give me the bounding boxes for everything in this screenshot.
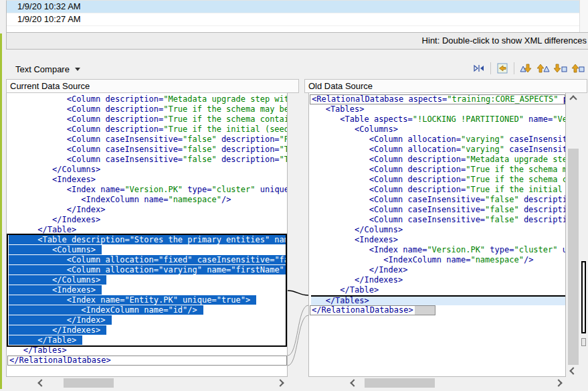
code-line[interactable]: </Tables> (311, 295, 565, 305)
code-line[interactable]: <Column caseInsensitive="false" descript… (311, 195, 565, 205)
left-horizontal-scrollbar[interactable] (6, 377, 288, 389)
code-line[interactable]: <Indexes> (311, 235, 565, 245)
code-line[interactable]: <Column caseInsensitive="false" descript… (9, 145, 287, 155)
diff-marker-large[interactable] (581, 261, 586, 333)
code-line[interactable]: <Column description="True if the initial… (9, 125, 287, 135)
editor-highlight-strip (0, 33, 2, 391)
right-code-pane[interactable]: <RelationalDatabase aspects="training:CO… (308, 93, 566, 377)
code-line[interactable]: <Column description="True if the schema … (9, 104, 287, 114)
diff-overview-ruler (581, 93, 588, 377)
code-line[interactable]: </Index> (9, 205, 287, 215)
toolbar-separator (514, 62, 514, 74)
compare-toolbar-icons (472, 61, 585, 76)
code-line[interactable]: <Index name="Version.PK" type="cluster" … (9, 185, 287, 195)
compare-mode-label: Text Compare (15, 64, 70, 74)
left-code-pane[interactable]: <Column description="Metadata upgrade st… (6, 93, 288, 377)
code-line[interactable]: <Column allocation="varying" name="first… (9, 265, 287, 275)
scroll-left-icon[interactable] (349, 377, 359, 389)
code-line[interactable]: <IndexColumn name="id"/> (9, 305, 287, 315)
swap-left-right-icon[interactable] (472, 61, 486, 76)
code-line[interactable]: <Column caseInsensitive="false" descript… (311, 205, 565, 215)
code-line[interactable]: </Index> (311, 265, 565, 275)
code-line[interactable]: <RelationalDatabase aspects="training:CO… (310, 94, 565, 104)
code-line[interactable]: <IndexColumn name="namespace"/> (311, 255, 565, 265)
code-line[interactable]: </Table> (9, 335, 287, 345)
copy-all-right-to-left-icon[interactable] (495, 61, 510, 76)
right-pane-header: Old Data Source (304, 79, 587, 93)
code-line[interactable]: <Column description="True if the schema … (311, 165, 565, 175)
scroll-left-icon[interactable] (36, 377, 47, 389)
toolbar-separator (490, 62, 491, 74)
code-line[interactable]: <Column allocation="varying" caseInsensi… (311, 145, 565, 155)
diff-connector-gutter (288, 93, 308, 377)
previous-change-icon[interactable] (571, 61, 585, 76)
left-pane-title: Current Data Source (10, 81, 90, 91)
code-line[interactable]: <Table aspects="!LOCKING !PARTITIONED" n… (311, 114, 565, 125)
code-line[interactable]: </RelationalDatabase> (7, 356, 287, 366)
compare-mode-dropdown[interactable]: Text Compare (10, 62, 86, 76)
scroll-down-icon[interactable] (566, 365, 581, 377)
scroll-right-icon[interactable] (275, 377, 286, 389)
right-hscroll-thumb[interactable] (365, 378, 435, 388)
code-line[interactable]: <Columns> (9, 245, 287, 255)
code-line[interactable]: <Indexes> (9, 285, 287, 295)
diff-change-marker (415, 306, 435, 315)
hint-text: Hint: Double-click to show XML differenc… (422, 35, 587, 46)
diff-connector-line (288, 315, 308, 366)
code-line[interactable]: <Column caseInsensitive="false" descript… (311, 215, 565, 225)
compare-toolbar: Text Compare (6, 59, 588, 79)
vertical-scrollbar[interactable] (566, 93, 581, 377)
code-line[interactable]: <Column description="True if the schema … (311, 175, 565, 185)
compare-editor-window: 1/9/20 10:32 AM1/9/20 10:27 AM Hint: Dou… (0, 0, 588, 391)
code-line[interactable]: </Indexes> (9, 215, 287, 225)
code-line[interactable]: <Column caseInsensitive="false" descript… (9, 155, 287, 165)
right-horizontal-scrollbar[interactable] (308, 377, 566, 389)
chevron-down-icon (75, 68, 80, 71)
code-line[interactable]: <Column description="Metadata upgrade st… (9, 94, 287, 104)
code-line[interactable]: </Index> (9, 315, 287, 325)
code-line[interactable]: <Indexes> (9, 175, 287, 185)
code-line[interactable]: </Tables> (9, 345, 287, 356)
code-line[interactable]: </Indexes> (9, 325, 287, 335)
code-line[interactable]: <Column allocation="varying" caseInsensi… (311, 135, 565, 145)
left-hscroll-thumb[interactable] (64, 378, 114, 388)
code-line[interactable]: <Tables> (311, 104, 565, 114)
diff-connector-line (288, 291, 308, 295)
version-list-row[interactable]: 1/9/20 10:27 AM (7, 13, 580, 26)
code-line[interactable]: </Columns> (9, 275, 287, 285)
version-list-scrollbar[interactable] (579, 0, 588, 32)
diff-marker-small[interactable] (581, 338, 586, 346)
version-list-row[interactable]: 1/9/20 10:32 AM (7, 1, 580, 13)
scroll-up-icon[interactable] (566, 93, 581, 105)
diff-connector-line (288, 305, 308, 356)
right-pane-title: Old Data Source (308, 81, 373, 91)
code-line[interactable]: </Indexes> (311, 275, 565, 285)
code-line[interactable]: </Columns> (311, 225, 565, 235)
code-line[interactable]: <IndexColumn name="namespace"/> (9, 195, 287, 205)
left-pane-header: Current Data Source (6, 79, 299, 93)
code-line[interactable]: <Table description="Stores the primary e… (9, 235, 287, 245)
scroll-right-icon[interactable] (553, 377, 564, 389)
code-line[interactable]: </RelationalDatabase> (310, 305, 435, 315)
code-line[interactable]: <Column description="Metadata upgrade st… (311, 155, 565, 165)
code-line[interactable]: <Column description="True if the initial… (311, 185, 565, 195)
next-difference-icon[interactable] (518, 61, 533, 76)
version-list[interactable]: 1/9/20 10:32 AM1/9/20 10:27 AM (6, 0, 580, 33)
next-change-icon[interactable] (553, 61, 568, 76)
code-line[interactable]: </Table> (311, 285, 565, 295)
code-line[interactable]: <Column caseInsensitive="false" descript… (9, 135, 287, 145)
code-line[interactable]: <Column description="True if the schema … (9, 114, 287, 125)
code-line[interactable]: <Columns> (311, 125, 565, 135)
code-line[interactable]: </Columns> (9, 165, 287, 175)
code-line[interactable]: <Index name="Version.PK" type="cluster" … (311, 245, 565, 255)
code-line[interactable]: <Column allocation="fixed" caseInsensiti… (9, 255, 287, 265)
vertical-scrollbar-thumb[interactable] (568, 149, 579, 365)
hint-bar: Hint: Double-click to show XML differenc… (6, 32, 588, 50)
code-line[interactable]: </Table> (9, 225, 287, 235)
previous-difference-icon[interactable] (536, 61, 551, 76)
code-line[interactable]: <Index name="Entity.PK" unique="true"> (9, 295, 287, 305)
